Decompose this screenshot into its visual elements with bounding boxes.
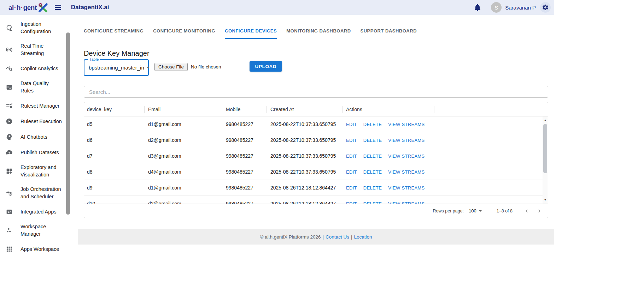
cell-email: d1@gmail.com — [145, 121, 222, 127]
pagination-range: 1–8 of 8 — [497, 209, 513, 213]
cell-mobile: 9980485227 — [222, 153, 267, 159]
sidebar-item-real-time-streaming[interactable]: Real Time Streaming — [0, 42, 71, 57]
sidebar-item-exploratory-and-visualization[interactable]: Exploratory and Visualization — [0, 164, 71, 179]
play-circle-icon — [5, 117, 13, 126]
column-header-filler — [434, 106, 548, 113]
table-row[interactable]: d9 d1@gmail.com 9980485227 2025-08-26T12… — [84, 180, 548, 196]
column-header-mobile[interactable]: Mobile — [222, 106, 267, 113]
table-row[interactable]: d7 d3@gmail.com 9980485227 2025-08-22T10… — [84, 148, 548, 164]
sidebar-scrollbar[interactable] — [66, 32, 70, 215]
cloud-upload-icon — [5, 148, 13, 157]
file-input-row: Choose File No file chosen — [154, 63, 221, 71]
table-row[interactable]: d10 d2@gmail.com 9980485227 2025-08-26T1… — [84, 196, 548, 204]
column-header-actions[interactable]: Actions — [343, 106, 434, 113]
sidebar-item-workspace-manager[interactable]: Workspace Manager — [0, 223, 71, 238]
action-edit-link[interactable]: EDIT — [346, 122, 357, 127]
cell-device-key: d10 — [84, 201, 145, 204]
column-header-device-key[interactable]: device_key — [84, 106, 145, 113]
cell-created-at: 2025-08-26T12:18:12.864427 — [267, 185, 343, 191]
chart-magnifier-icon — [5, 64, 13, 73]
action-delete-link[interactable]: DELETE — [363, 185, 382, 191]
sidebar-item-data-quality-rules[interactable]: Data Quality Rules — [0, 80, 71, 95]
user-avatar[interactable]: S — [491, 2, 502, 13]
sidebar-item-job-orchestration-and-scheduler[interactable]: Job Orchestration and Scheduler — [0, 186, 71, 200]
sidebar-item-ai-chatbots[interactable]: AI Chatbots — [0, 133, 71, 141]
page-footer: © ai.h.gentiX Platforms 2026 | Contact U… — [78, 229, 554, 245]
upload-button[interactable]: UPLOAD — [250, 61, 282, 72]
action-view-streams-link[interactable]: VIEW STREAMS — [388, 169, 425, 175]
device-table-card: device_key Email Mobile Created At Actio… — [84, 102, 548, 218]
rows-per-page-select[interactable]: 100 — [469, 208, 482, 213]
chevron-right-icon — [537, 207, 542, 215]
sidebar-item-ingestion-configuration[interactable]: Ingestion Configuration — [0, 20, 71, 35]
cell-created-at: 2025-08-22T10:37:33.650795 — [267, 121, 343, 127]
table-scrollbar[interactable]: ▲ ▼ — [543, 116, 548, 204]
rules-check-x-icon — [5, 102, 13, 110]
sidebar-item-integrated-apps[interactable]: Integrated Apps — [0, 207, 71, 216]
location-link[interactable]: Location — [354, 234, 372, 240]
apps-grid-icon — [5, 245, 13, 253]
table-scrollbar-thumb[interactable] — [543, 124, 547, 173]
cell-email: d2@gmail.com — [145, 137, 222, 143]
action-view-streams-link[interactable]: VIEW STREAMS — [388, 153, 425, 159]
page-title: Device Key Manager — [84, 49, 548, 58]
action-delete-link[interactable]: DELETE — [363, 201, 382, 204]
copyright-text: © ai.h.gentiX Platforms 2026 — [260, 234, 321, 240]
tab-monitoring-dashboard[interactable]: MONITORING DASHBOARD — [286, 28, 351, 39]
menu-hamburger-icon[interactable] — [53, 3, 63, 12]
sidebar-item-ruleset-execution[interactable]: Ruleset Execution — [0, 117, 71, 126]
next-page-button[interactable] — [534, 206, 544, 216]
action-delete-link[interactable]: DELETE — [363, 122, 382, 127]
action-edit-link[interactable]: EDIT — [346, 185, 357, 191]
cell-email: d3@gmail.com — [145, 153, 222, 159]
chevron-down-icon — [479, 210, 482, 212]
brand-logo[interactable]: ai·h·gent — [8, 2, 48, 13]
table-row[interactable]: d6 d2@gmail.com 9980485227 2025-08-22T10… — [84, 132, 548, 148]
action-view-streams-link[interactable]: VIEW STREAMS — [388, 122, 425, 127]
settings-gear-button[interactable] — [540, 2, 551, 13]
tab-configure-streaming[interactable]: CONFIGURE STREAMING — [84, 28, 144, 39]
action-edit-link[interactable]: EDIT — [346, 138, 357, 143]
choose-file-button[interactable]: Choose File — [154, 63, 188, 71]
action-view-streams-link[interactable]: VIEW STREAMS — [388, 201, 425, 204]
cell-created-at: 2025-08-26T12:18:12.864427 — [267, 201, 343, 204]
tab-configure-monitoring[interactable]: CONFIGURE MONITORING — [153, 28, 215, 39]
action-edit-link[interactable]: EDIT — [346, 201, 357, 204]
action-view-streams-link[interactable]: VIEW STREAMS — [388, 185, 425, 191]
cell-created-at: 2025-08-22T10:37:33.650795 — [267, 137, 343, 143]
contact-us-link[interactable]: Contact Us — [326, 234, 349, 240]
action-view-streams-link[interactable]: VIEW STREAMS — [388, 138, 425, 143]
previous-page-button[interactable] — [522, 206, 532, 216]
sidebar-item-publish-datasets[interactable]: Publish Datasets — [0, 148, 71, 157]
pagination-bar: Rows per page: 100 1–8 of 8 — [84, 204, 548, 218]
sidebar-item-ruleset-manager[interactable]: Ruleset Manager — [0, 102, 71, 110]
cell-mobile: 9980485227 — [222, 185, 267, 191]
table-select-label: Table — [88, 57, 100, 61]
notifications-bell-icon[interactable] — [473, 3, 482, 12]
table-row[interactable]: d5 d1@gmail.com 9980485227 2025-08-22T10… — [84, 116, 548, 132]
top-header: ai·h·gent DatagentiX.ai S Saravanan P — [0, 0, 554, 15]
action-delete-link[interactable]: DELETE — [363, 138, 382, 143]
action-edit-link[interactable]: EDIT — [346, 153, 357, 159]
code-box-icon — [5, 207, 13, 216]
action-delete-link[interactable]: DELETE — [363, 169, 382, 175]
tab-configure-devices[interactable]: CONFIGURE DEVICES — [225, 28, 277, 39]
chevron-down-icon — [146, 67, 150, 68]
column-header-created-at[interactable]: Created At — [267, 106, 343, 113]
action-delete-link[interactable]: DELETE — [363, 153, 382, 159]
table-select[interactable]: Table bpstreaming_master_in — [84, 59, 149, 76]
actions-cell: EDITDELETEVIEW STREAMS — [343, 185, 434, 191]
column-header-email[interactable]: Email — [145, 106, 222, 113]
search-input[interactable] — [84, 86, 548, 98]
sidebar-item-copilot-analytics[interactable]: Copilot Analytics — [0, 64, 71, 73]
table-row[interactable]: d8 d4@gmail.com 9980485227 2025-08-22T10… — [84, 164, 548, 180]
action-edit-link[interactable]: EDIT — [346, 169, 357, 175]
sidebar: Ingestion Configuration Real Time Stream… — [0, 15, 71, 301]
scroll-up-arrow-icon[interactable]: ▲ — [543, 118, 548, 123]
actions-cell: EDITDELETEVIEW STREAMS — [343, 122, 434, 127]
sidebar-item-apps-workspace[interactable]: Apps Workspace — [0, 245, 71, 253]
cell-mobile: 9980485227 — [222, 121, 267, 127]
scroll-down-arrow-icon[interactable]: ▼ — [543, 197, 548, 203]
cell-device-key: d6 — [84, 137, 145, 143]
tab-support-dashboard[interactable]: SUPPORT DASHBOARD — [361, 28, 417, 39]
